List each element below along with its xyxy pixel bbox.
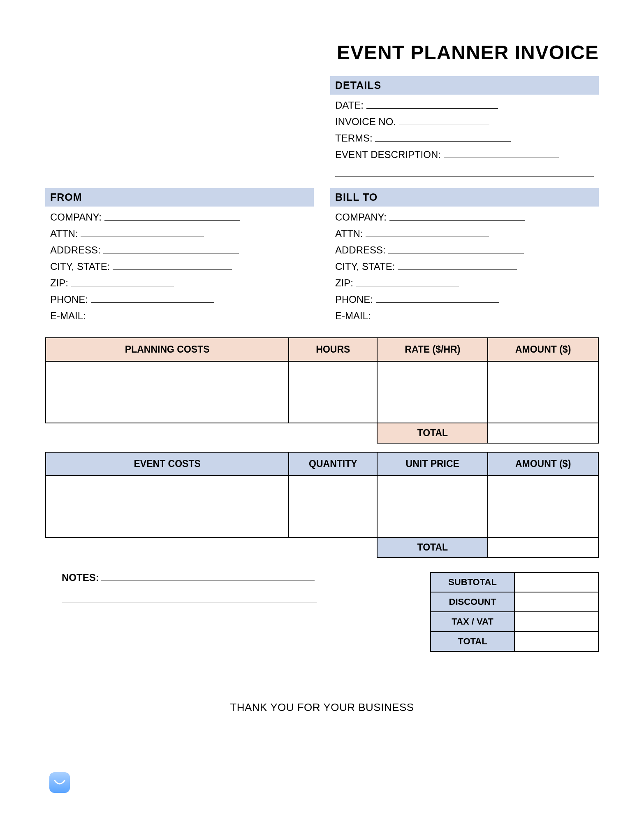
- event-total-label: TOTAL: [377, 537, 488, 558]
- event-desc-input-line2[interactable]: [335, 163, 594, 177]
- planning-amount-cell[interactable]: [488, 361, 598, 423]
- from-zip-label: ZIP:: [50, 275, 68, 291]
- from-attn-input[interactable]: [81, 229, 204, 237]
- from-email-label: E-MAIL:: [50, 308, 86, 324]
- bill-zip-label: ZIP:: [335, 275, 353, 291]
- from-address-label: ADDRESS:: [50, 242, 101, 258]
- discount-label: DISCOUNT: [431, 592, 514, 612]
- invoice-no-label: INVOICE NO.: [335, 114, 396, 130]
- notes-input-line3[interactable]: [62, 602, 317, 621]
- from-attn-label: ATTN:: [50, 225, 78, 242]
- bill-to-header: BILL TO: [330, 188, 599, 207]
- planning-rate-header: RATE ($/HR): [377, 338, 488, 361]
- planning-hours-header: HOURS: [289, 338, 377, 361]
- planning-total-value[interactable]: [488, 423, 598, 443]
- event-unit-cell[interactable]: [377, 476, 488, 537]
- bill-attn-input[interactable]: [366, 229, 489, 237]
- summary-table: SUBTOTAL DISCOUNT TAX / VAT TOTAL: [430, 572, 599, 652]
- notes-input-line1[interactable]: [101, 573, 315, 581]
- page-title: EVENT PLANNER INVOICE: [45, 41, 599, 64]
- date-label: DATE:: [335, 97, 364, 114]
- bill-address-label: ADDRESS:: [335, 242, 386, 258]
- event-desc-input[interactable]: [444, 150, 559, 158]
- bill-attn-label: ATTN:: [335, 225, 363, 242]
- date-input[interactable]: [366, 100, 498, 109]
- event-desc-header: EVENT COSTS: [46, 452, 289, 476]
- notes-input-line2[interactable]: [62, 583, 317, 602]
- app-badge-icon: [49, 772, 70, 793]
- event-costs-table: EVENT COSTS QUANTITY UNIT PRICE AMOUNT (…: [45, 452, 599, 558]
- discount-value[interactable]: [514, 592, 598, 612]
- from-company-input[interactable]: [104, 212, 240, 221]
- from-company-label: COMPANY:: [50, 209, 102, 225]
- from-section: FROM COMPANY: ATTN: ADDRESS: CITY, STATE…: [45, 188, 314, 324]
- event-amount-header: AMOUNT ($): [488, 452, 598, 476]
- from-zip-input[interactable]: [71, 278, 174, 286]
- tax-label: TAX / VAT: [431, 612, 514, 632]
- bill-address-input[interactable]: [388, 245, 524, 253]
- notes-section: NOTES:: [45, 572, 418, 652]
- event-qty-header: QUANTITY: [289, 452, 377, 476]
- subtotal-label: SUBTOTAL: [431, 572, 514, 592]
- bill-phone-input[interactable]: [376, 295, 499, 303]
- bill-city-state-input[interactable]: [398, 262, 517, 270]
- from-phone-input[interactable]: [91, 295, 214, 303]
- subtotal-value[interactable]: [514, 572, 598, 592]
- bill-zip-input[interactable]: [356, 278, 459, 286]
- event-total-value[interactable]: [488, 537, 598, 558]
- thank-you-text: THANK YOU FOR YOUR BUSINESS: [45, 701, 599, 714]
- notes-label: NOTES:: [62, 572, 99, 583]
- from-city-state-input[interactable]: [113, 262, 232, 270]
- planning-costs-table: PLANNING COSTS HOURS RATE ($/HR) AMOUNT …: [45, 337, 599, 444]
- total-label: TOTAL: [431, 632, 514, 651]
- bill-email-label: E-MAIL:: [335, 308, 371, 324]
- bill-city-state-label: CITY, STATE:: [335, 258, 395, 275]
- total-value[interactable]: [514, 632, 598, 651]
- event-desc-cell[interactable]: [46, 476, 289, 537]
- from-header: FROM: [45, 188, 314, 207]
- planning-hours-cell[interactable]: [289, 361, 377, 423]
- invoice-no-input[interactable]: [399, 117, 489, 125]
- planning-total-label: TOTAL: [377, 423, 488, 443]
- terms-label: TERMS:: [335, 130, 373, 146]
- bill-to-section: BILL TO COMPANY: ATTN: ADDRESS: CITY, ST…: [330, 188, 599, 324]
- planning-desc-cell[interactable]: [46, 361, 289, 423]
- planning-desc-header: PLANNING COSTS: [46, 338, 289, 361]
- bill-email-input[interactable]: [373, 311, 501, 319]
- bill-company-input[interactable]: [389, 212, 525, 221]
- event-unit-header: UNIT PRICE: [377, 452, 488, 476]
- from-email-input[interactable]: [88, 311, 216, 319]
- planning-rate-cell[interactable]: [377, 361, 488, 423]
- from-phone-label: PHONE:: [50, 291, 88, 308]
- event-desc-label: EVENT DESCRIPTION:: [335, 146, 441, 163]
- from-address-input[interactable]: [103, 245, 239, 253]
- event-qty-cell[interactable]: [289, 476, 377, 537]
- details-header: DETAILS: [330, 76, 599, 95]
- planning-amount-header: AMOUNT ($): [488, 338, 598, 361]
- from-city-state-label: CITY, STATE:: [50, 258, 110, 275]
- bill-company-label: COMPANY:: [335, 209, 387, 225]
- event-amount-cell[interactable]: [488, 476, 598, 537]
- tax-value[interactable]: [514, 612, 598, 632]
- bill-phone-label: PHONE:: [335, 291, 373, 308]
- terms-input[interactable]: [375, 133, 511, 142]
- details-section: DETAILS DATE: INVOICE NO. TERMS: EVENT D…: [330, 76, 599, 180]
